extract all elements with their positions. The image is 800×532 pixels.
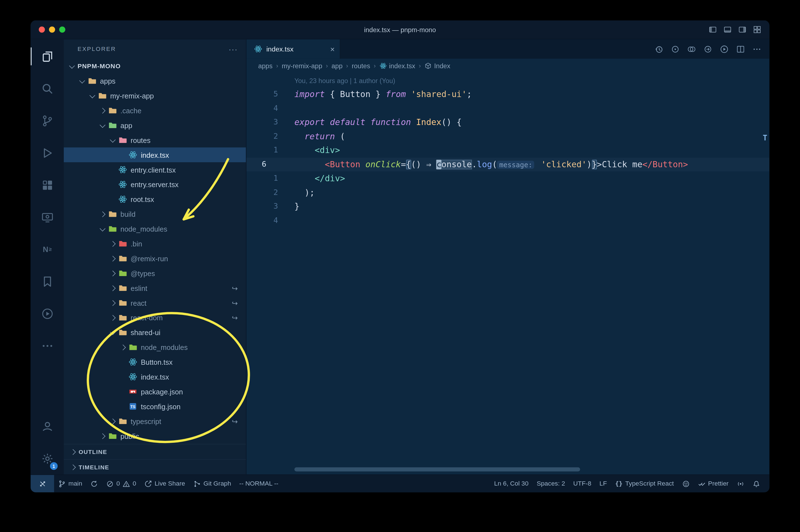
status-git-graph[interactable]: Git Graph bbox=[189, 475, 235, 492]
activity-run-and-debug[interactable] bbox=[31, 137, 64, 169]
activity-bookmarks[interactable] bbox=[31, 265, 64, 297]
tree-item-root-tsx[interactable]: root.tsx bbox=[64, 192, 246, 207]
activity-search[interactable] bbox=[31, 73, 64, 104]
tree-item-shared-ui[interactable]: shared-ui bbox=[64, 325, 246, 340]
code-line[interactable]: 1 <div> bbox=[246, 144, 769, 157]
tree-item-button-tsx[interactable]: Button.tsx bbox=[64, 355, 246, 369]
tree-item-react-dom[interactable]: react-dom↪ bbox=[64, 310, 246, 325]
activity-code-runner[interactable] bbox=[31, 297, 64, 329]
status-indentation[interactable]: Spaces: 2 bbox=[533, 475, 569, 492]
tree-item-my-remix-app[interactable]: my-remix-app bbox=[64, 89, 246, 103]
tree-item-label: build bbox=[120, 210, 135, 218]
code-editor[interactable]: You, 23 hours ago | 1 author (You) 5impo… bbox=[246, 73, 769, 474]
gitlens-annotations-icon[interactable] bbox=[671, 45, 680, 53]
tree-item-index-tsx[interactable]: index.tsx bbox=[64, 369, 246, 384]
tree-item-typescript[interactable]: typescript↪ bbox=[64, 414, 246, 429]
status-eol[interactable]: LF bbox=[595, 475, 611, 492]
code-line[interactable]: 6 <Button onClick={() ⇒ console.log(mess… bbox=[246, 157, 769, 171]
tree-item-react[interactable]: react↪ bbox=[64, 296, 246, 310]
breadcrumb-apps[interactable]: apps bbox=[258, 62, 272, 70]
horizontal-scrollbar[interactable] bbox=[294, 468, 580, 472]
activity-settings[interactable]: 1 bbox=[31, 442, 64, 474]
status-screencast[interactable] bbox=[732, 475, 748, 492]
status-remote-indicator[interactable] bbox=[31, 475, 54, 492]
status-problems[interactable]: 00 bbox=[102, 475, 140, 492]
more-actions-icon[interactable]: ··· bbox=[229, 45, 238, 53]
tree-item-node-modules[interactable]: node_modules bbox=[64, 222, 246, 236]
tree-item-eslint[interactable]: eslint↪ bbox=[64, 281, 246, 296]
tree-item-label: routes bbox=[131, 136, 151, 144]
tree-item-remix-run[interactable]: @remix-run bbox=[64, 251, 246, 266]
more-actions-icon[interactable] bbox=[753, 45, 761, 53]
tree-item-cache[interactable]: .cache bbox=[64, 103, 246, 118]
toggle-primary-sidebar-icon[interactable] bbox=[709, 25, 717, 34]
tree-item-entry-server-tsx[interactable]: entry.server.tsx bbox=[64, 177, 246, 192]
activity-extensions[interactable] bbox=[31, 169, 64, 201]
chevron-right-icon bbox=[109, 299, 117, 307]
tree-item-entry-client-tsx[interactable]: entry.client.tsx bbox=[64, 162, 246, 177]
breadcrumb-my-remix-app[interactable]: my-remix-app bbox=[282, 62, 322, 70]
code-line[interactable]: 1 </div> bbox=[246, 171, 769, 186]
status-git-branch[interactable]: main bbox=[54, 475, 86, 492]
tree-item-types[interactable]: @types bbox=[64, 266, 246, 281]
status-cursor-position[interactable]: Ln 6, Col 30 bbox=[490, 475, 533, 492]
tree-item-index-tsx[interactable]: index.tsx bbox=[64, 147, 246, 162]
tree-item-build[interactable]: build bbox=[64, 207, 246, 222]
code-line[interactable]: 4 bbox=[246, 213, 769, 227]
open-changes-icon[interactable] bbox=[704, 45, 712, 53]
status-vim-mode[interactable]: -- NORMAL -- bbox=[235, 475, 283, 492]
ts-icon: TS bbox=[129, 402, 137, 411]
status-encoding[interactable]: UTF-8 bbox=[569, 475, 595, 492]
code-line[interactable]: 3export default function Index() { bbox=[246, 115, 769, 129]
tree-item-node-modules[interactable]: node_modules bbox=[64, 340, 246, 355]
breadcrumb-index[interactable]: Index bbox=[424, 62, 450, 70]
activity-additional-views[interactable] bbox=[31, 329, 64, 362]
status-feedback[interactable] bbox=[678, 475, 694, 492]
section-timeline[interactable]: TIMELINE bbox=[64, 459, 246, 475]
breadcrumb-app[interactable]: app bbox=[331, 62, 343, 70]
close-button[interactable] bbox=[39, 26, 45, 33]
toggle-panel-icon[interactable] bbox=[723, 25, 731, 34]
section-outline[interactable]: OUTLINE bbox=[64, 444, 246, 459]
zoom-button[interactable] bbox=[59, 26, 65, 33]
code-line[interactable]: 2 ); bbox=[246, 186, 769, 200]
tree-item-public[interactable]: public bbox=[64, 429, 246, 443]
tree-item-tsconfig-json[interactable]: TStsconfig.json bbox=[64, 399, 246, 414]
tree-item-apps[interactable]: apps bbox=[64, 74, 246, 89]
local-history-icon[interactable] bbox=[654, 45, 663, 53]
window-controls bbox=[31, 26, 65, 33]
minimize-button[interactable] bbox=[49, 26, 55, 33]
branch-icon bbox=[58, 480, 66, 487]
close-tab-icon[interactable]: × bbox=[330, 45, 335, 53]
activity-accounts[interactable] bbox=[31, 410, 64, 442]
code-line[interactable]: 3} bbox=[246, 200, 769, 213]
activity-explorer[interactable] bbox=[31, 40, 64, 73]
titlebar[interactable]: index.tsx — pnpm-mono bbox=[31, 20, 769, 39]
toggle-secondary-sidebar-icon[interactable] bbox=[738, 25, 746, 34]
split-editor-icon[interactable] bbox=[736, 45, 745, 53]
tree-item-label: .bin bbox=[131, 240, 142, 248]
breadcrumb-routes[interactable]: routes bbox=[351, 62, 370, 70]
tab-index-tsx[interactable]: index.tsx × bbox=[246, 39, 340, 58]
status-sync[interactable] bbox=[86, 475, 102, 492]
customize-layout-icon[interactable] bbox=[753, 25, 761, 34]
code-line[interactable]: 2 return ( bbox=[246, 129, 769, 143]
status-language-mode[interactable]: {}TypeScript React bbox=[611, 475, 678, 492]
activity-remote-explorer[interactable] bbox=[31, 201, 64, 233]
run-file-icon[interactable] bbox=[720, 45, 729, 53]
activity-source-control[interactable] bbox=[31, 104, 64, 137]
tree-item-routes[interactable]: routes bbox=[64, 133, 246, 147]
gitlens-compare-icon[interactable] bbox=[687, 45, 696, 53]
code-line[interactable]: 4 bbox=[246, 101, 769, 115]
tree-item-bin[interactable]: .bin bbox=[64, 236, 246, 251]
tree-item-app[interactable]: app bbox=[64, 118, 246, 133]
status-right: Ln 6, Col 30Spaces: 2UTF-8LF{}TypeScript… bbox=[490, 475, 769, 492]
tree-item-package-json[interactable]: package.json bbox=[64, 384, 246, 399]
code-line[interactable]: 5import { Button } from 'shared-ui'; bbox=[246, 87, 769, 101]
status-notifications[interactable] bbox=[748, 475, 764, 492]
breadcrumb-index-tsx[interactable]: index.tsx bbox=[379, 62, 415, 70]
activity-nx-console[interactable]: N≥ bbox=[31, 233, 64, 265]
status-live-share[interactable]: Live Share bbox=[140, 475, 189, 492]
status-prettier[interactable]: Prettier bbox=[694, 475, 732, 492]
tree-item-pnpm-mono[interactable]: PNPM-MONO bbox=[64, 59, 246, 74]
